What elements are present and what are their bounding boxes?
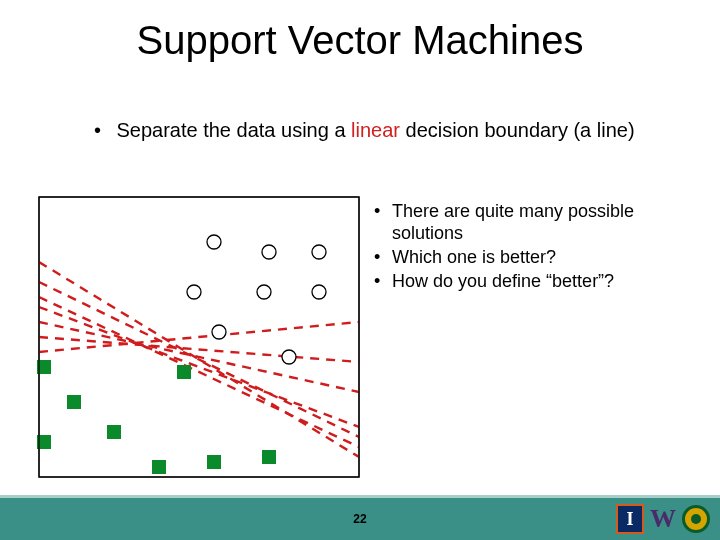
svm-figure xyxy=(34,192,364,482)
bullet-dot: • xyxy=(370,200,392,244)
side-bullet-3-text: How do you define “better”? xyxy=(392,270,702,292)
logos: I W xyxy=(616,504,710,534)
uw-logo-icon: W xyxy=(650,504,676,534)
bullet1-linear: linear xyxy=(351,119,400,141)
side-bullet-1: • There are quite many possible solution… xyxy=(370,200,710,244)
svg-rect-22 xyxy=(177,365,191,379)
svg-rect-24 xyxy=(262,450,276,464)
svg-point-10 xyxy=(262,245,276,259)
page-number: 22 xyxy=(0,512,720,526)
bullet-dot: • xyxy=(370,246,392,268)
bullet-top: • Separate the data using a linear decis… xyxy=(94,118,654,142)
svg-point-13 xyxy=(257,285,271,299)
svg-point-11 xyxy=(312,245,326,259)
side-bullet-1-text: There are quite many possible solutions xyxy=(392,200,702,244)
bullet1-post: decision boundary (a line) xyxy=(400,119,635,141)
svg-point-9 xyxy=(207,235,221,249)
svg-point-15 xyxy=(212,325,226,339)
side-bullet-2: • Which one is better? xyxy=(370,246,710,268)
illinois-logo-icon: I xyxy=(616,504,644,534)
side-bullet-3: • How do you define “better”? xyxy=(370,270,710,292)
svg-point-16 xyxy=(282,350,296,364)
svg-rect-21 xyxy=(152,460,166,474)
svg-rect-23 xyxy=(207,455,221,469)
bullet-dot: • xyxy=(94,118,112,142)
bullet-dot: • xyxy=(370,270,392,292)
bullet1-pre: Separate the data using a xyxy=(116,119,351,141)
svg-rect-20 xyxy=(107,425,121,439)
bullet-top-text: Separate the data using a linear decisio… xyxy=(116,118,636,142)
side-bullet-2-text: Which one is better? xyxy=(392,246,702,268)
seal-logo-icon xyxy=(682,505,710,533)
svg-rect-18 xyxy=(67,395,81,409)
illinois-logo-letter: I xyxy=(626,509,633,530)
side-bullets: • There are quite many possible solution… xyxy=(370,200,710,294)
slide: Support Vector Machines • Separate the d… xyxy=(0,0,720,540)
slide-title: Support Vector Machines xyxy=(0,18,720,63)
svg-point-12 xyxy=(187,285,201,299)
svg-point-14 xyxy=(312,285,326,299)
